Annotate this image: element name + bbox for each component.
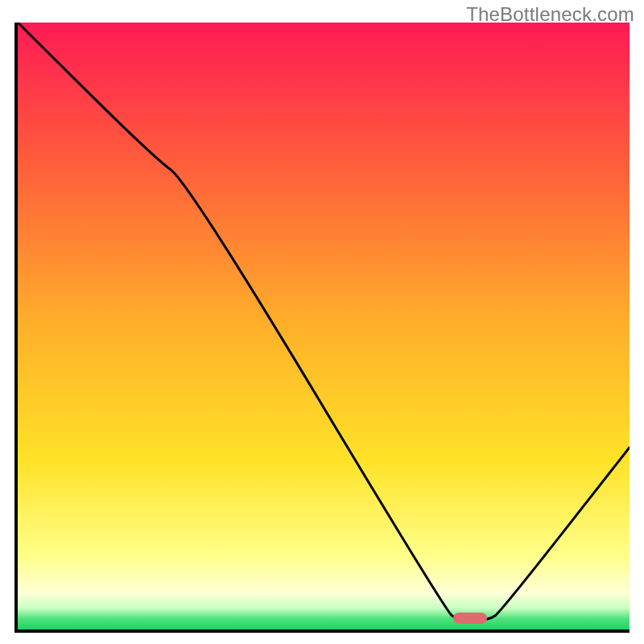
bottleneck-curve: [18, 23, 630, 630]
chart-stage: TheBottleneck.com: [0, 0, 644, 644]
minimum-marker: [453, 613, 487, 624]
curve-path: [18, 23, 630, 621]
plot-frame: [14, 23, 630, 633]
